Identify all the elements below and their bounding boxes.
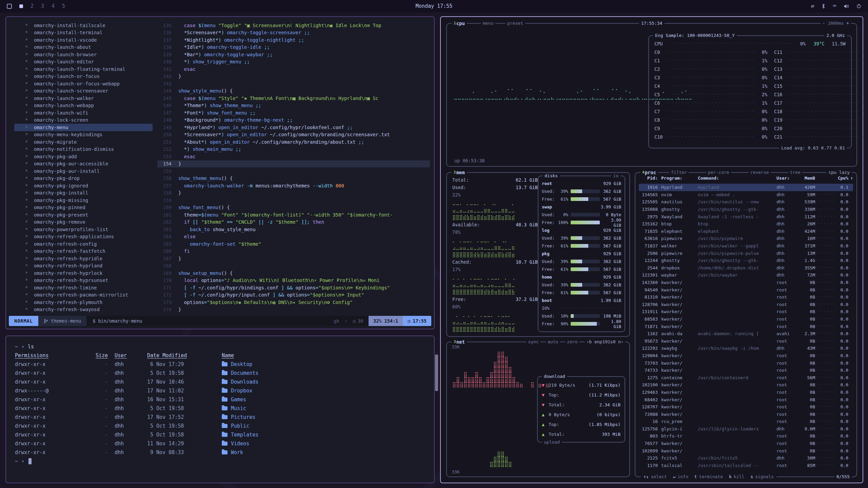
file-tree-item[interactable]: *omarchy-powerprofiles-list [14,226,153,233]
file-tree-item[interactable]: *omarchy-notification-dismiss [14,146,153,153]
process-row[interactable]: 68583kworker/root0B⠂⠂⠂⠂⠂⠂⠂⠂⠂⠂0.0 [639,316,853,323]
process-row[interactable]: 16rcu_preeroot0B⠂⠂⠂⠂⠂⠂⠂⠂⠂⠂0.0 [639,418,853,425]
proc-footer-action[interactable]: ↑↓select [644,474,667,480]
file-tree-item[interactable]: *omarchy-refresh-applications [14,233,153,241]
code-line[interactable]: 162 if [[ "$theme" == "CNCLD" || -z "$th… [157,219,430,226]
memory-panel-title[interactable]: 2mem [452,169,467,176]
process-row[interactable]: 131911kworker/root0B⠂⠂⠂⠂⠂⠂⠂⠂⠂⠂0.0 [639,308,853,316]
file-tree-item[interactable]: *omarchy-menu [14,124,153,131]
file-tree-item[interactable]: *omarchy-launch-editor [14,58,153,66]
process-row[interactable]: 129004kworker/root0B⠂⠂⠂⠂⠂⠂⠂⠂⠂⠂0.0 [639,352,853,360]
proc-option-tree[interactable]: tree [788,169,802,176]
file-tree-item[interactable]: *omarchy-launch-floating-terminal [14,65,153,73]
file-tree-item[interactable]: *omarchy-lock-screen [14,117,153,124]
code-line[interactable]: 150 *Screensaver*) open_in_editor ~/.con… [157,131,430,139]
process-row[interactable]: 135088ghostty/usr/bin/ghostty --gtk-dhh3… [639,206,853,213]
interval-increase-button[interactable]: + [846,21,849,26]
net-option-sync[interactable]: sync [526,339,540,345]
file-tree-item[interactable]: *omarchy-pkg-remove [14,219,153,226]
proc-column-header[interactable]: MemB [796,176,815,181]
proc-column-header[interactable]: Command: [698,176,776,181]
file-tree-item[interactable]: *omarchy-pkg-pinned [14,204,153,211]
file-tree-item[interactable]: *omarchy-refresh-limine [14,284,153,291]
code-line[interactable]: 151 *About*) open_in_editor ~/.config/om… [157,138,430,146]
process-row[interactable]: 128707kworker/root0B⠂⠂⠂⠂⠂⠂⠂⠂⠂⠂0.0 [639,403,853,411]
proc-column-header[interactable]: Cpu% [815,176,848,181]
file-tree-item[interactable]: *omarchy-launch-screensaver [14,87,153,95]
code-line[interactable]: 163 back_to show_style_menu [157,226,430,233]
code-line[interactable]: 143 [157,80,430,87]
process-row[interactable]: 95673kworker/root0B⠂⠂⠂⠂⠂⠂⠂⠂⠂⠂0.0 [639,337,853,345]
code-line[interactable]: 173 options="$options\n◈ Defaults\n◍ DNS… [157,299,430,306]
file-tree-item[interactable]: *omarchy-launch-wifi [14,109,153,117]
process-row[interactable]: 122292swaybg/usr/bin/swaybg -i /homdhh43… [639,345,853,352]
code-line[interactable]: 172 [ -f ~/.config/hypr/input.conf ] && … [157,291,430,299]
file-tree-item[interactable]: *omarchy-install-terminal [14,29,153,37]
file-tree-item[interactable]: *omarchy-refresh-pacman-mirrorlist [14,291,153,299]
file-tree-item[interactable]: *omarchy-refresh-swayosd [14,306,153,313]
proc-option-per-core[interactable]: per-core [706,169,731,176]
process-row[interactable]: 2544dropbox/home/dhh/.dropbox-distdhh355… [639,264,853,272]
process-row[interactable]: 74733kworker/root0B⠂⠂⠂⠂⠂⠂⠂⠂⠂⠂0.0 [639,367,853,374]
code-line[interactable]: 139 *Bar*) omarchy-toggle-waybar ;; [157,51,430,58]
terminal-window[interactable]: ~ › ls PermissionsSizeUserDate ModifiedN… [5,336,435,483]
process-row[interactable]: 122301waybar/usr/bin/waybardhh72M⠂⠂⠂⠂⠂⠂⠂… [639,271,853,279]
proc-footer-action[interactable]: ssignals [750,474,774,480]
file-tree-item[interactable]: *omarchy-refresh-hyprsunset [14,277,153,284]
code-line[interactable]: 160show_font_menu() { [157,204,430,211]
disks-panel-title[interactable]: disks [542,173,560,179]
omarchy-launcher-icon[interactable] [7,4,12,9]
process-row[interactable]: 135162btopbtopdhh26M⠂⠂⠂⠂⠂⠂⠂⠂⠂⠂0.0 [639,220,853,228]
file-tree-item[interactable]: *omarchy-pkg-aur-accessible [14,160,153,168]
file-tree-item[interactable]: *omarchy-refresh-hypridle [14,255,153,262]
code-line[interactable]: 148 *Background*) omarchy-theme-bg-next … [157,117,430,124]
code-line[interactable]: 141 esac [157,65,430,73]
volume-icon[interactable] [844,4,849,8]
process-row[interactable]: 63816pipewire/usr/bin/pipewiredhh16M⠂⠂⠂⠂… [639,235,853,242]
file-tree-item[interactable]: *omarchy-launch-about [14,44,153,51]
process-row[interactable]: 81310kworker/root0B⠂⠂⠂⠂⠂⠂⠂⠂⠂⠂0.0 [639,293,853,301]
code-line[interactable]: 168 [157,262,430,270]
file-tree-item[interactable]: *omarchy-install-vscode [14,36,153,44]
process-row[interactable]: 129463kworker/root0B⠂⠂⠂⠂⠂⠂⠂⠂⠂⠂0.0 [639,389,853,396]
file-tree-item[interactable]: *omarchy-pkg-add [14,153,153,160]
file-tree-item[interactable]: *omarchy-migrate [14,138,153,146]
process-row[interactable]: 1275containe/usr/bin/containerdroot56M⠂⠂… [639,374,853,381]
file-tree-item[interactable]: *omarchy-launch-browser [14,51,153,58]
process-row[interactable]: 102100kworker/root0B⠂⠂⠂⠂⠂⠂⠂⠂⠂⠂0.0 [639,381,853,389]
process-row[interactable]: 125756glycin-i/usr/lib/glycin-loadersdhh… [639,425,853,433]
file-tree-item[interactable]: *omarchy-refresh-plymouth [14,299,153,306]
code-line[interactable]: 166 fi [157,248,430,255]
swap-arrows-icon[interactable]: ⇄ [811,3,814,9]
proc-column-header[interactable]: Program: [661,176,698,181]
file-tree-item[interactable]: *omarchy-pkg-missing [14,197,153,204]
file-tree-item[interactable]: *omarchy-refresh-hyprlock [14,269,153,277]
keyboard-icon[interactable]: ⌨ [833,3,836,9]
code-line[interactable]: 136 *Screensaver*) omarchy-toggle-screen… [157,29,430,37]
proc-footer-action[interactable]: ↵info [673,474,688,480]
process-row[interactable]: 76577kworker/root0B⠂⠂⠂⠂⠂⠂⠂⠂⠂⠂0.0 [639,440,853,447]
process-row[interactable]: 72088kworker/root0B⠂⠂⠂⠂⠂⠂⠂⠂⠂⠂0.0 [639,410,853,418]
process-row[interactable]: 1162avahi-daavahi-daemon: running [avahi… [639,330,853,338]
proc-option-reverse[interactable]: reverse [749,169,771,176]
process-sort-mode[interactable]: cpu lazy [826,169,852,176]
file-tree-item[interactable]: *omarchy-pkg-ignored [14,182,153,189]
net-option-auto[interactable]: auto [546,339,560,345]
code-line[interactable]: 144show_style_menu() { [157,87,430,95]
process-row[interactable]: 68402kworker/root0B⠂⠂⠂⠂⠂⠂⠂⠂⠂⠂0.0 [639,396,853,403]
process-row[interactable]: 1170tailscal/usr/sbin/tailscaled --root8… [639,462,853,468]
workspace-5-button[interactable]: 5 [62,3,65,9]
code-line[interactable]: 147 *Font*) show_font_menu ;; [157,109,430,117]
code-line[interactable]: 145 case $(menu "Style" "❖ Theme\nA Font… [157,95,430,102]
workspace-2-button[interactable]: 2 [31,3,34,9]
process-row[interactable]: 128706kworker/root0B⠂⠂⠂⠂⠂⠂⠂⠂⠂⠂0.0 [639,301,853,308]
proc-footer-action[interactable]: kkill [729,474,744,480]
prompt-line-2[interactable]: ~ › [15,457,425,466]
network-interface[interactable]: ‹b enp191s0 n› [585,339,625,345]
workspace-1-active-indicator[interactable] [19,4,23,8]
code-line[interactable]: 153 esac [157,153,430,160]
process-row[interactable]: 142360kworker/root0B⠂⠂⠂⠂⠂⠂⠂⠂⠂⠂0.0 [639,279,853,286]
file-tree-item[interactable]: *omarchy-refresh-fastfetch [14,248,153,255]
proc-option-filter[interactable]: filter [669,169,689,176]
file-tree-item[interactable]: *omarchy-pkg-install [14,189,153,197]
